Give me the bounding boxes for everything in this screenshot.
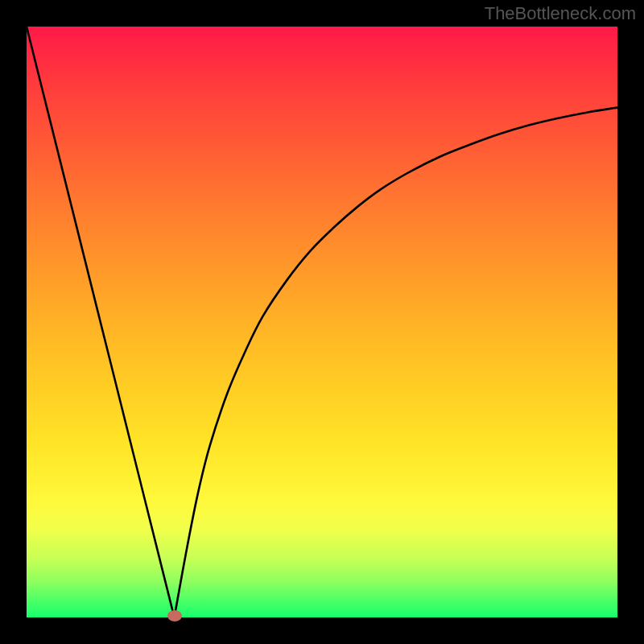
right-branch-path [175, 108, 618, 617]
watermark-text: TheBottleneck.com [485, 3, 636, 24]
curve-svg [27, 27, 617, 617]
left-branch-path [27, 27, 175, 617]
minimum-marker [167, 610, 182, 621]
chart-frame: TheBottleneck.com [0, 0, 644, 644]
